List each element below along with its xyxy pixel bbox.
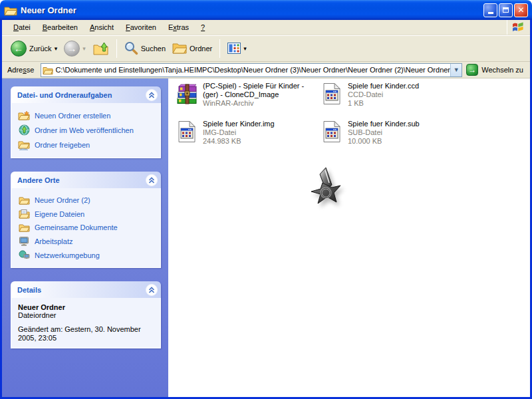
search-button[interactable]: Suchen <box>121 39 169 59</box>
menu-hilfe[interactable]: ? <box>195 21 211 33</box>
place-eigene-dateien[interactable]: Eigene Dateien <box>18 207 156 221</box>
menu-ansicht[interactable]: Ansicht <box>84 21 120 33</box>
task-share-folder[interactable]: Ordner freigeben <box>18 138 156 152</box>
file-name: Spiele fuer Kinder.sub <box>348 120 460 128</box>
tasks-panel-title: Datei- und Ordneraufgaben <box>17 91 112 99</box>
menu-bearbeiten[interactable]: Bearbeiten <box>37 21 84 33</box>
back-button[interactable]: ← Zurück ▾ <box>7 39 61 59</box>
file-list-area[interactable]: (PC-Spiel) - Spiele Für Kinder - (ger) -… <box>168 78 530 397</box>
task-publish-web[interactable]: Ordner im Web veröffentlichen <box>18 122 156 138</box>
places-panel-title: Andere Orte <box>17 176 60 184</box>
place-arbeitsplatz[interactable]: Arbeitsplatz <box>18 234 156 248</box>
go-arrow-icon: → <box>466 64 478 76</box>
file-type: WinRAR-Archiv <box>203 99 315 108</box>
publish-web-icon <box>18 124 30 136</box>
file-tile[interactable]: (PC-Spiel) - Spiele Für Kinder - (ger) -… <box>175 82 316 108</box>
close-icon: ✕ <box>517 6 524 14</box>
tasks-panel-header[interactable]: Datei- und Ordneraufgaben <box>11 86 161 103</box>
file-tile[interactable]: Spiele fuer Kinder.img IMG-Datei 244.983… <box>175 120 316 146</box>
collapse-chevron-icon[interactable] <box>146 174 158 186</box>
task-label: Neuen Ordner erstellen <box>35 112 110 120</box>
search-icon <box>124 41 138 57</box>
window-title: Neuer Ordner <box>21 5 483 15</box>
places-panel: Andere Orte <box>11 172 161 268</box>
close-button[interactable]: ✕ <box>514 3 528 17</box>
file-tile[interactable]: Spiele fuer Kinder.sub SUB-Datei 10.000 … <box>320 120 461 146</box>
back-label: Zurück <box>29 45 52 53</box>
task-pane-sidebar: Datei- und Ordneraufgaben <box>2 78 168 397</box>
file-size: 1 KB <box>348 99 460 108</box>
up-icon <box>92 41 109 57</box>
minimize-icon <box>488 12 493 14</box>
task-label: Ordner im Web veröffentlichen <box>35 126 134 134</box>
back-icon: ← <box>11 41 27 57</box>
folders-button[interactable]: Ordner <box>169 40 215 57</box>
menubar-separator <box>507 20 507 35</box>
menu-extras[interactable]: Extras <box>162 21 195 33</box>
place-label: Gemeinsame Dokumente <box>35 223 118 231</box>
file-tile[interactable]: Spiele fuer Kinder.ccd CCD-Datei 1 KB <box>320 82 461 108</box>
places-panel-header[interactable]: Andere Orte <box>11 172 161 188</box>
shared-documents-icon <box>18 223 30 232</box>
address-dropdown-icon[interactable]: ▼ <box>450 64 462 76</box>
views-icon <box>227 43 241 55</box>
file-type: IMG-Datei <box>203 128 315 137</box>
address-bar: Adresse ▼ → Wechseln zu <box>2 62 530 78</box>
windows-logo-icon <box>511 21 525 34</box>
go-label: Wechseln zu <box>481 66 523 74</box>
share-folder-icon <box>18 140 30 150</box>
go-button[interactable]: → Wechseln zu <box>462 64 529 76</box>
folder-icon <box>18 196 30 205</box>
back-dropdown-icon[interactable]: ▾ <box>55 45 58 52</box>
winrar-archive-icon <box>175 82 199 105</box>
views-button[interactable]: ▾ <box>224 41 250 57</box>
minimize-button[interactable] <box>483 3 497 17</box>
place-netzwerkumgebung[interactable]: Netzwerkumgebung <box>18 248 156 262</box>
menu-favoriten[interactable]: Favoriten <box>120 21 162 33</box>
unknown-file-icon <box>175 120 199 143</box>
collapse-chevron-icon[interactable] <box>146 89 158 101</box>
title-bar[interactable]: Neuer Ordner ✕ <box>0 0 532 20</box>
place-gemeinsame-dokumente[interactable]: Gemeinsame Dokumente <box>18 221 156 234</box>
forward-button[interactable]: → ▾ <box>61 39 89 59</box>
forward-icon: → <box>64 41 80 57</box>
task-label: Ordner freigeben <box>35 141 90 149</box>
address-input[interactable] <box>55 65 450 76</box>
window-frame: Datei Bearbeiten Ansicht Favoriten Extra… <box>0 20 532 399</box>
folders-label: Ordner <box>190 45 212 53</box>
menu-datei[interactable]: Datei <box>7 21 37 33</box>
forward-dropdown-icon: ▾ <box>82 45 86 52</box>
collapse-chevron-icon[interactable] <box>146 284 158 296</box>
place-neuer-ordner-2[interactable]: Neuer Ordner (2) <box>18 194 156 207</box>
toolbar-separator2 <box>219 39 220 58</box>
place-label: Arbeitsplatz <box>35 237 72 245</box>
address-combo[interactable]: ▼ <box>41 63 462 77</box>
my-computer-icon <box>18 236 30 246</box>
network-icon <box>18 250 30 260</box>
custom-cursor <box>308 167 342 209</box>
file-size: 10.000 KB <box>348 137 460 146</box>
content-area: Datei- und Ordneraufgaben <box>2 78 530 397</box>
details-item-name: Neuer Ordner <box>18 303 156 311</box>
unknown-file-icon <box>320 120 344 143</box>
file-name: Spiele fuer Kinder.ccd <box>348 82 460 90</box>
file-size: 244.983 KB <box>203 137 315 146</box>
details-panel-title: Details <box>17 286 41 294</box>
maximize-button[interactable] <box>499 3 513 17</box>
file-name: (PC-Spiel) - Spiele Für Kinder - (ger) -… <box>203 82 315 99</box>
address-label: Adresse <box>6 66 41 74</box>
my-documents-icon <box>18 209 30 219</box>
task-new-folder[interactable]: Neuen Ordner erstellen <box>18 108 156 122</box>
file-name: Spiele fuer Kinder.img <box>203 120 315 128</box>
tasks-panel: Datei- und Ordneraufgaben <box>11 86 161 158</box>
file-type: SUB-Datei <box>348 128 460 137</box>
up-button[interactable] <box>89 39 112 59</box>
maximize-icon <box>503 7 509 13</box>
folders-icon <box>172 42 187 55</box>
place-label: Netzwerkumgebung <box>35 251 100 259</box>
unknown-file-icon <box>320 82 344 105</box>
details-panel-header[interactable]: Details <box>11 281 161 298</box>
views-dropdown-icon[interactable]: ▾ <box>243 45 247 52</box>
toolbar-separator <box>116 39 117 58</box>
file-type: CCD-Datei <box>348 90 460 99</box>
